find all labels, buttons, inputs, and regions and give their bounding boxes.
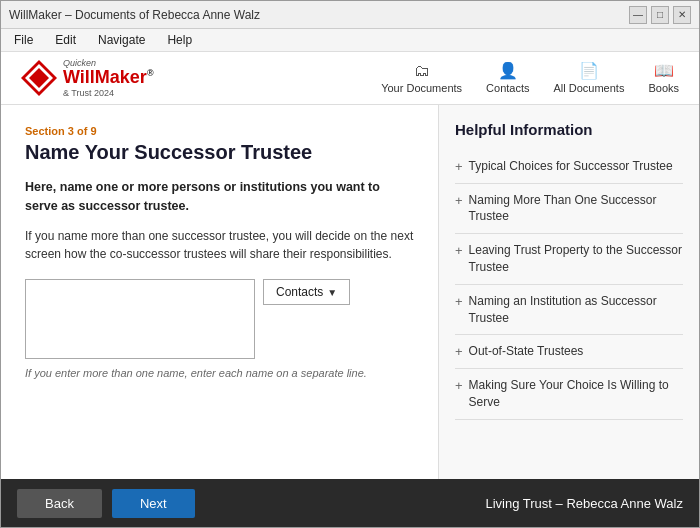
help-item-more-than-one[interactable]: + Naming More Than One Successor Trustee [455,184,683,235]
input-hint: If you enter more than one name, enter e… [25,367,414,379]
help-item-leaving-trust[interactable]: + Leaving Trust Property to the Successo… [455,234,683,285]
minimize-button[interactable]: — [629,6,647,24]
plus-icon-0: + [455,159,463,174]
help-item-label-4: Out-of-State Trustees [469,343,584,360]
nav-books[interactable]: 📖 Books [648,61,679,94]
help-item-label-1: Naming More Than One Successor Trustee [469,192,683,226]
help-item-making-sure[interactable]: + Making Sure Your Choice Is Willing to … [455,369,683,420]
logo-area: Quicken WillMaker® & Trust 2024 [21,58,154,98]
back-button[interactable]: Back [17,489,102,518]
help-item-typical-choices[interactable]: + Typical Choices for Successor Trustee [455,150,683,184]
logo-willmaker: WillMaker® [63,68,154,88]
nav-items: 🗂 Your Documents 👤 Contacts 📄 All Docume… [381,61,679,94]
app-window: WillMaker – Documents of Rebecca Anne Wa… [0,0,700,528]
nav-all-documents[interactable]: 📄 All Documents [554,61,625,94]
section-label: Section 3 of 9 [25,125,414,137]
documents-icon: 🗂 [414,62,430,80]
maximize-button[interactable]: □ [651,6,669,24]
chevron-down-icon: ▼ [327,287,337,298]
menu-help[interactable]: Help [164,32,195,48]
right-panel: Helpful Information + Typical Choices fo… [439,105,699,479]
help-item-out-of-state[interactable]: + Out-of-State Trustees [455,335,683,369]
help-item-naming-institution[interactable]: + Naming an Institution as Successor Tru… [455,285,683,336]
close-button[interactable]: ✕ [673,6,691,24]
bottom-buttons: Back Next [17,489,195,518]
title-bar-controls: — □ ✕ [629,6,691,24]
plus-icon-3: + [455,294,463,309]
plus-icon-5: + [455,378,463,393]
next-button[interactable]: Next [112,489,195,518]
help-item-label-0: Typical Choices for Successor Trustee [469,158,673,175]
logo-text: Quicken WillMaker® & Trust 2024 [63,58,154,98]
menu-navigate[interactable]: Navigate [95,32,148,48]
description-bold: Here, name one or more persons or instit… [25,178,414,216]
nav-books-label: Books [648,82,679,94]
nav-your-documents-label: Your Documents [381,82,462,94]
left-panel: Section 3 of 9 Name Your Successor Trust… [1,105,439,479]
help-item-label-3: Naming an Institution as Successor Trust… [469,293,683,327]
input-area: Contacts ▼ [25,279,414,359]
page-title: Name Your Successor Trustee [25,141,414,164]
books-icon: 📖 [654,61,674,80]
help-item-label-5: Making Sure Your Choice Is Willing to Se… [469,377,683,411]
menu-edit[interactable]: Edit [52,32,79,48]
plus-icon-1: + [455,193,463,208]
contacts-icon: 👤 [498,61,518,80]
name-input[interactable] [25,279,255,359]
main-content: Section 3 of 9 Name Your Successor Trust… [1,105,699,479]
menu-bar: File Edit Navigate Help [1,29,699,52]
nav-contacts[interactable]: 👤 Contacts [486,61,529,94]
help-item-label-2: Leaving Trust Property to the Successor … [469,242,683,276]
menu-file[interactable]: File [11,32,36,48]
helpful-information-title: Helpful Information [455,121,683,138]
title-bar: WillMaker – Documents of Rebecca Anne Wa… [1,1,699,29]
nav-your-documents[interactable]: 🗂 Your Documents [381,62,462,94]
contacts-button[interactable]: Contacts ▼ [263,279,350,305]
all-documents-icon: 📄 [579,61,599,80]
logo-icon [21,60,57,96]
plus-icon-4: + [455,344,463,359]
logo-trust: & Trust 2024 [63,88,154,98]
window-title: WillMaker – Documents of Rebecca Anne Wa… [9,8,260,22]
bottom-bar: Back Next Living Trust – Rebecca Anne Wa… [1,479,699,527]
top-nav: Quicken WillMaker® & Trust 2024 🗂 Your D… [1,52,699,105]
nav-all-documents-label: All Documents [554,82,625,94]
plus-icon-2: + [455,243,463,258]
description-normal: If you name more than one successor trus… [25,227,414,263]
status-text: Living Trust – Rebecca Anne Walz [485,496,683,511]
nav-contacts-label: Contacts [486,82,529,94]
